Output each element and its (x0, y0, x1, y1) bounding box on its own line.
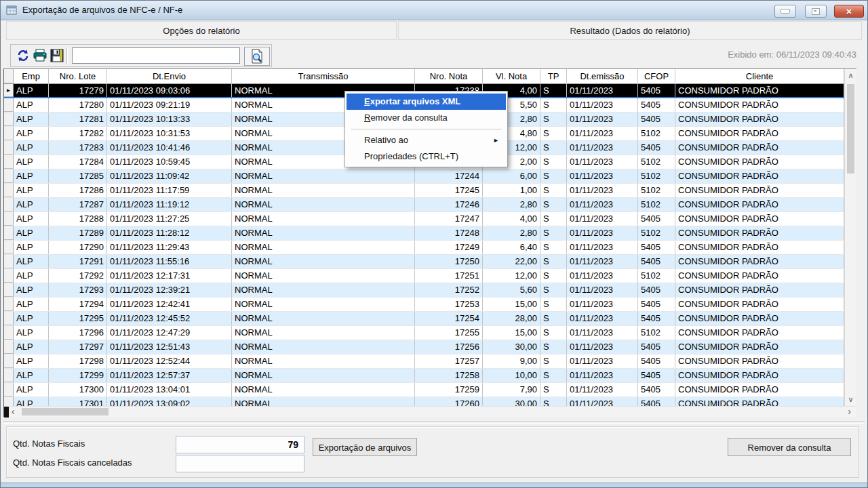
cell-tp[interactable]: S (540, 141, 567, 155)
cell-emp[interactable]: ALP (14, 340, 49, 354)
cell-tp[interactable]: S (540, 184, 567, 197)
cell-tp[interactable]: S (540, 226, 567, 240)
cell-vl-nota[interactable]: 1,00 (483, 184, 540, 197)
cell-nro-nota[interactable]: 17246 (415, 198, 483, 211)
table-row[interactable]: ALP1729601/11/2023 12:47:29NORMAL1725515… (4, 326, 844, 340)
cell-dt-emiss-o[interactable]: 01/11/2023 (567, 269, 638, 283)
cell-cliente[interactable]: CONSUMIDOR PADRÃO (675, 298, 844, 311)
cell-vl-nota[interactable]: 6,00 (483, 169, 540, 183)
cell-dt-emiss-o[interactable]: 01/11/2023 (567, 383, 638, 396)
table-row[interactable]: ALP1729501/11/2023 12:45:52NORMAL1725428… (4, 312, 844, 326)
cell-emp[interactable]: ALP (14, 397, 49, 406)
save-button[interactable] (49, 48, 65, 63)
cell-emp[interactable]: ALP (14, 269, 49, 283)
cell-nro-nota[interactable]: 17250 (415, 255, 483, 268)
cell-nro-lote[interactable]: 17292 (49, 269, 107, 283)
cell-vl-nota[interactable]: 30,00 (483, 397, 540, 406)
cell-transmiss-o[interactable]: NORMAL (232, 354, 415, 368)
cell-emp[interactable]: ALP (14, 184, 49, 197)
cell-vl-nota[interactable]: 4,00 (483, 212, 540, 226)
tab-resultado-dados-do-relatorio[interactable]: Resultado (Dados do relatório) (398, 21, 862, 40)
cell-cliente[interactable]: CONSUMIDOR PADRÃO (675, 369, 844, 382)
qtd-notas-fiscais-field[interactable]: 79 (176, 436, 304, 453)
cell-transmiss-o[interactable]: NORMAL (232, 326, 415, 340)
cell-nro-nota[interactable]: 17248 (415, 226, 483, 240)
menu-item-relativo-ao[interactable]: Relativo ao ► (347, 132, 506, 148)
table-row[interactable]: ALP1729901/11/2023 12:57:37NORMAL1725810… (4, 369, 844, 383)
cell-emp[interactable]: ALP (14, 241, 49, 254)
cell-dt-emiss-o[interactable]: 01/11/2023 (567, 397, 638, 406)
cell-tp[interactable]: S (540, 283, 567, 297)
cell-nro-nota[interactable]: 17251 (415, 269, 483, 283)
cell-nro-nota[interactable]: 17258 (415, 369, 483, 382)
cell-tp[interactable]: S (540, 326, 567, 340)
cell-vl-nota[interactable]: 2,80 (483, 226, 540, 240)
cell-dt-envio[interactable]: 01/11/2023 10:31:53 (107, 127, 232, 140)
cell-cfop[interactable]: 5102 (638, 127, 675, 140)
cell-cfop[interactable]: 5102 (638, 169, 675, 183)
cell-emp[interactable]: ALP (14, 226, 49, 240)
cell-transmiss-o[interactable]: NORMAL (232, 383, 415, 396)
cell-dt-emiss-o[interactable]: 01/11/2023 (567, 283, 638, 297)
cell-cfop[interactable]: 5405 (638, 241, 675, 254)
cell-cfop[interactable]: 5102 (638, 269, 675, 283)
table-row[interactable]: ALP1729401/11/2023 12:42:41NORMAL1725315… (4, 298, 844, 312)
cell-transmiss-o[interactable]: NORMAL (232, 198, 415, 211)
cell-dt-emiss-o[interactable]: 01/11/2023 (567, 312, 638, 325)
cell-vl-nota[interactable]: 30,00 (483, 340, 540, 354)
cell-dt-envio[interactable]: 01/11/2023 12:57:37 (107, 369, 232, 382)
cell-tp[interactable]: S (540, 312, 567, 325)
cell-cfop[interactable]: 5405 (638, 255, 675, 268)
cell-emp[interactable]: ALP (14, 298, 49, 311)
scroll-down-icon[interactable]: ∨ (845, 396, 856, 403)
cell-dt-envio[interactable]: 01/11/2023 12:39:21 (107, 283, 232, 297)
maximize-button[interactable] (805, 5, 827, 18)
cell-transmiss-o[interactable]: NORMAL (232, 226, 415, 240)
cell-vl-nota[interactable]: 10,00 (483, 369, 540, 382)
tab-opcoes-do-relatorio[interactable]: Opções do relatório (6, 21, 397, 40)
cell-cfop[interactable]: 5102 (638, 155, 675, 169)
cell-nro-lote[interactable]: 17284 (49, 155, 107, 169)
table-row[interactable]: ALP1729301/11/2023 12:39:21NORMAL172525,… (4, 283, 844, 298)
refresh-button[interactable] (15, 48, 31, 63)
cell-cfop[interactable]: 5405 (638, 397, 675, 406)
column-header-emp[interactable]: Emp (14, 69, 49, 84)
cell-dt-envio[interactable]: 01/11/2023 10:59:45 (107, 155, 232, 169)
cell-nro-nota[interactable]: 17249 (415, 241, 483, 254)
cell-cliente[interactable]: CONSUMIDOR PADRÃO (675, 397, 844, 406)
print-button[interactable] (32, 48, 48, 63)
cell-dt-emiss-o[interactable]: 01/11/2023 (567, 141, 638, 155)
cell-nro-lote[interactable]: 17287 (49, 198, 107, 211)
cell-cliente[interactable]: CONSUMIDOR PADRÃO (675, 212, 844, 226)
cell-cfop[interactable]: 5405 (638, 354, 675, 368)
column-header-nro-lote[interactable]: Nro. Lote (49, 69, 107, 84)
cell-cliente[interactable]: CONSUMIDOR PADRÃO (675, 340, 844, 354)
cell-cfop[interactable]: 5405 (638, 113, 675, 126)
cell-transmiss-o[interactable]: NORMAL (232, 255, 415, 268)
cell-nro-nota[interactable]: 17255 (415, 326, 483, 340)
cell-dt-envio[interactable]: 01/11/2023 11:17:59 (107, 184, 232, 197)
cell-emp[interactable]: ALP (14, 141, 49, 155)
table-row[interactable]: ALP1728901/11/2023 11:28:12NORMAL172482,… (4, 226, 844, 241)
table-row[interactable]: ALP1729101/11/2023 11:55:16NORMAL1725022… (4, 255, 844, 269)
cell-cliente[interactable]: CONSUMIDOR PADRÃO (675, 354, 844, 368)
column-header-vl-nota[interactable]: Vl. Nota (483, 69, 540, 84)
cell-emp[interactable]: ALP (14, 198, 49, 211)
table-row[interactable]: ALP1729801/11/2023 12:52:44NORMAL172579,… (4, 354, 844, 369)
cell-cfop[interactable]: 5405 (638, 312, 675, 325)
cell-dt-emiss-o[interactable]: 01/11/2023 (567, 354, 638, 368)
table-row[interactable]: ALP1728601/11/2023 11:17:59NORMAL172451,… (4, 184, 844, 198)
cell-nro-lote[interactable]: 17283 (49, 141, 107, 155)
cell-cliente[interactable]: CONSUMIDOR PADRÃO (675, 169, 844, 183)
menu-item-exportar-arquivos-xml[interactable]: Exportar arquivos XML (347, 94, 506, 110)
cell-dt-emiss-o[interactable]: 01/11/2023 (567, 98, 638, 112)
cell-cliente[interactable]: CONSUMIDOR PADRÃO (675, 312, 844, 325)
cell-nro-nota[interactable]: 17260 (415, 397, 483, 406)
cell-cliente[interactable]: CONSUMIDOR PADRÃO (675, 155, 844, 169)
cell-transmiss-o[interactable]: NORMAL (232, 369, 415, 382)
cell-transmiss-o[interactable]: NORMAL (232, 241, 415, 254)
cell-cliente[interactable]: CONSUMIDOR PADRÃO (675, 283, 844, 297)
column-header-nro-nota[interactable]: Nro. Nota (415, 69, 483, 84)
horizontal-scrollbar-thumb[interactable] (22, 408, 108, 415)
cell-transmiss-o[interactable]: NORMAL (232, 184, 415, 197)
